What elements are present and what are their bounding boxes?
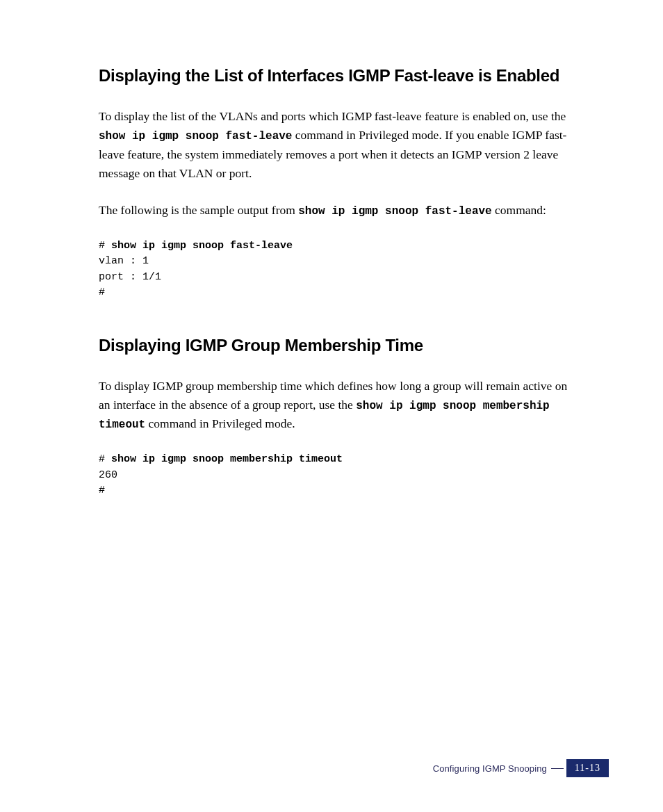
code-command: show ip igmp snoop membership timeout <box>111 453 343 465</box>
text-run: The following is the sample output from <box>99 203 298 217</box>
code-command: show ip igmp snoop fast-leave <box>111 240 293 252</box>
paragraph-fast-leave-intro: To display the list of the VLANs and por… <box>99 107 580 183</box>
page-footer: Configuring IGMP Snooping 11-13 <box>433 759 609 777</box>
text-run: To display the list of the VLANs and por… <box>99 109 566 123</box>
code-output-line: # <box>99 286 105 298</box>
code-output-line: vlan : 1 <box>99 255 149 267</box>
text-run: command: <box>492 203 546 217</box>
code-prompt: # <box>99 453 111 465</box>
code-block-membership: # show ip igmp snoop membership timeout … <box>99 452 580 499</box>
page-number: 11-13 <box>566 759 609 777</box>
inline-command: show ip igmp snoop fast-leave <box>99 130 292 143</box>
footer-chapter-title: Configuring IGMP Snooping <box>433 763 547 774</box>
paragraph-fast-leave-sample: The following is the sample output from … <box>99 201 580 220</box>
section-heading-fast-leave: Displaying the List of Interfaces IGMP F… <box>99 66 580 86</box>
code-output-line: # <box>99 485 105 496</box>
code-block-fast-leave: # show ip igmp snoop fast-leave vlan : 1… <box>99 238 580 301</box>
code-output-line: port : 1/1 <box>99 271 161 283</box>
code-prompt: # <box>99 240 111 252</box>
section-heading-membership-time: Displaying IGMP Group Membership Time <box>99 336 580 356</box>
paragraph-membership-intro: To display IGMP group membership time wh… <box>99 377 580 435</box>
footer-divider <box>551 768 564 769</box>
code-output-line: 260 <box>99 469 117 481</box>
text-run: command in Privileged mode. <box>145 416 295 430</box>
inline-command: show ip igmp snoop fast-leave <box>298 205 491 218</box>
